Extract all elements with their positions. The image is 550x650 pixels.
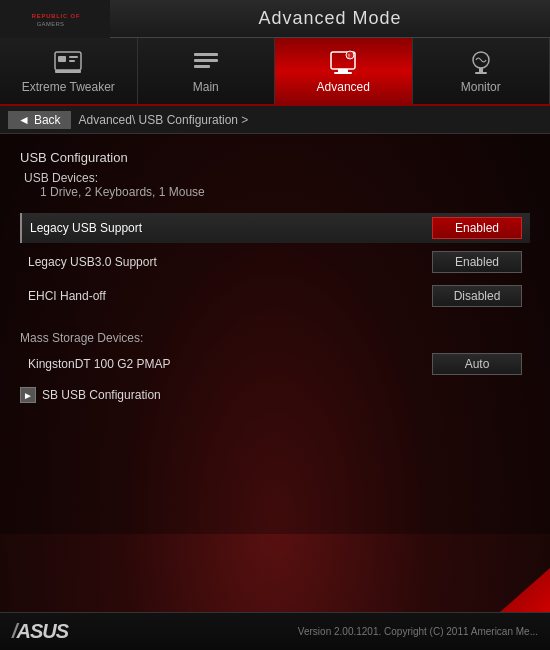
sb-usb-config-item[interactable]: ► SB USB Configuration (20, 387, 530, 403)
svg-rect-5 (69, 60, 75, 62)
tab-extreme-tweaker[interactable]: Extreme Tweaker (0, 38, 138, 104)
back-arrow-icon: ◄ (18, 113, 30, 127)
rog-corner-badge (500, 568, 550, 612)
mass-storage-section: Mass Storage Devices: (20, 331, 530, 345)
ehci-row[interactable]: EHCI Hand-off Disabled (20, 281, 530, 311)
svg-text:REPUBLIC OF: REPUBLIC OF (32, 13, 80, 19)
mass-storage-row[interactable]: KingstonDT 100 G2 PMAP Auto (20, 349, 530, 379)
mass-storage-label: Mass Storage Devices: (20, 331, 143, 345)
svg-rect-7 (194, 53, 218, 56)
ehci-label: EHCI Hand-off (28, 289, 106, 303)
tab-advanced[interactable]: ! Advanced (275, 38, 413, 104)
main-icon (190, 48, 222, 76)
mass-storage-value[interactable]: Auto (432, 353, 522, 375)
usb-devices-section: USB Devices: 1 Drive, 2 Keyboards, 1 Mou… (20, 171, 530, 199)
nav-tabs: Extreme Tweaker Main ! (0, 38, 550, 106)
svg-rect-9 (194, 65, 210, 68)
usb-devices-value: 1 Drive, 2 Keyboards, 1 Mouse (24, 185, 530, 199)
back-button[interactable]: ◄ Back (8, 111, 71, 129)
sb-usb-config-label: SB USB Configuration (42, 388, 161, 402)
tab-main[interactable]: Main (138, 38, 276, 104)
svg-rect-8 (194, 59, 218, 62)
legacy-usb-row[interactable]: Legacy USB Support Enabled (20, 213, 530, 243)
svg-rect-6 (55, 70, 81, 73)
back-bar: ◄ Back Advanced\ USB Configuration > (0, 106, 550, 134)
legacy-usb-label: Legacy USB Support (30, 221, 142, 235)
svg-rect-3 (58, 56, 66, 62)
legacy-usb3-label: Legacy USB3.0 Support (28, 255, 157, 269)
legacy-usb3-value[interactable]: Enabled (432, 251, 522, 273)
tab-monitor[interactable]: Monitor (413, 38, 551, 104)
mass-storage-device: KingstonDT 100 G2 PMAP (28, 357, 171, 371)
tab-main-label: Main (193, 80, 219, 94)
footer-copyright: Version 2.00.1201. Copyright (C) 2011 Am… (298, 626, 538, 637)
tab-monitor-label: Monitor (461, 80, 501, 94)
monitor-icon (465, 48, 497, 76)
svg-rect-11 (338, 69, 348, 72)
svg-text:GAMERS: GAMERS (37, 21, 65, 27)
svg-text:!: ! (348, 53, 350, 59)
tab-advanced-label: Advanced (317, 80, 370, 94)
ehci-value[interactable]: Disabled (432, 285, 522, 307)
asus-brand-text: ASUS (17, 620, 69, 642)
breadcrumb: Advanced\ USB Configuration > (79, 113, 249, 127)
sub-menu-arrow-icon: ► (20, 387, 36, 403)
legacy-usb-value[interactable]: Enabled (432, 217, 522, 239)
header: REPUBLIC OF GAMERS Advanced Mode (0, 0, 550, 38)
usb-devices-label: USB Devices: (24, 171, 98, 185)
svg-rect-4 (69, 56, 78, 58)
tab-extreme-tweaker-label: Extreme Tweaker (22, 80, 115, 94)
asus-logo: /ASUS (12, 620, 68, 643)
back-label: Back (34, 113, 61, 127)
svg-rect-17 (475, 72, 487, 74)
footer: /ASUS Version 2.00.1201. Copyright (C) 2… (0, 612, 550, 650)
rog-logo: REPUBLIC OF GAMERS (0, 0, 110, 38)
advanced-icon: ! (327, 48, 359, 76)
legacy-usb3-row[interactable]: Legacy USB3.0 Support Enabled (20, 247, 530, 277)
main-content: USB Configuration USB Devices: 1 Drive, … (0, 134, 550, 534)
extreme-tweaker-icon (52, 48, 84, 76)
section-title: USB Configuration (20, 150, 530, 165)
svg-rect-12 (334, 72, 352, 74)
header-title: Advanced Mode (110, 8, 550, 29)
svg-rect-16 (479, 68, 483, 72)
